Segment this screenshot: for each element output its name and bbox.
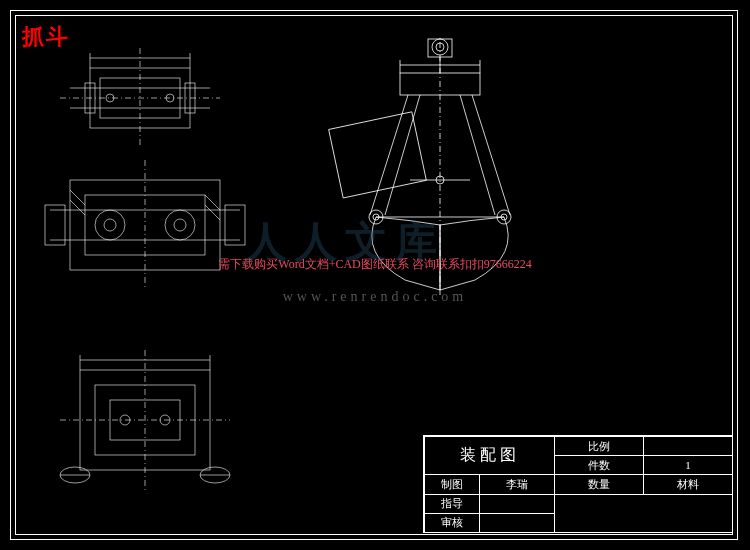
side-section-drawing (30, 150, 260, 300)
svg-point-20 (104, 219, 116, 231)
review-label: 审核 (425, 513, 480, 532)
svg-point-19 (165, 210, 195, 240)
svg-line-24 (70, 190, 85, 205)
svg-line-25 (70, 200, 85, 215)
svg-rect-22 (45, 205, 65, 245)
watermark-url: www.renrendoc.com (283, 289, 468, 305)
parts-value: 1 (644, 456, 733, 475)
scale-value (644, 437, 733, 456)
svg-point-18 (95, 210, 125, 240)
assembly-title: 装配图 (425, 437, 555, 475)
draw-label: 制图 (425, 475, 480, 494)
svg-rect-23 (225, 205, 245, 245)
svg-line-27 (205, 205, 220, 220)
guide-label: 指导 (425, 494, 480, 513)
material-label: 材料 (644, 475, 733, 494)
parts-label: 件数 (555, 456, 644, 475)
qty-label: 数量 (555, 475, 644, 494)
svg-line-26 (205, 195, 220, 210)
title-block: 装配图 比例 件数 1 制图 李瑞 数量 材料 指导 审核 (423, 435, 733, 533)
front-view-drawing (40, 330, 250, 510)
draw-value: 李瑞 (480, 475, 555, 494)
svg-point-21 (174, 219, 186, 231)
top-view-drawing (40, 38, 240, 158)
scale-label: 比例 (555, 437, 644, 456)
watermark-text: 需下载购买Word文档+CAD图纸联系 咨询联系扣扣97666224 (218, 256, 531, 273)
